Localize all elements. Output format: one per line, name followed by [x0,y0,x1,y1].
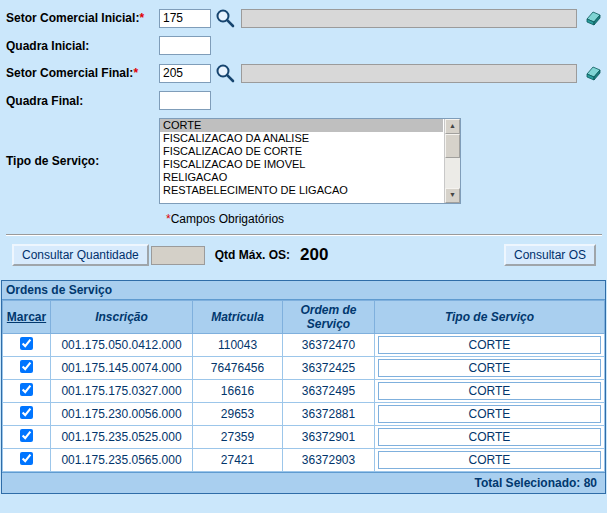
setor-inicial-input[interactable] [159,9,211,28]
quadra-inicial-input[interactable] [159,36,211,55]
actions-bar: Consultar Quantidade Qtd Máx. OS: 200 Co… [6,244,602,266]
tipo-servico-listbox[interactable]: CORTE FISCALIZACAO DA ANALISE FISCALIZAC… [159,118,461,204]
cell-marcar [3,357,51,380]
table-row: 001.175.050.0412.000 110043 36372470 COR… [3,334,605,357]
setor-final-label: Setor Comercial Final:* [6,66,159,80]
cell-tipo: CORTE [375,357,605,380]
header-inscricao: Inscrição [51,301,193,334]
cell-inscricao: 001.175.230.0056.000 [51,403,193,426]
tipo-box: CORTE [378,405,601,423]
tipo-box: CORTE [378,336,601,354]
marcar-toggle-all-link[interactable]: Marcar [7,310,46,324]
scrollbar-thumb[interactable] [445,134,460,158]
cell-matricula: 110043 [193,334,283,357]
setor-inicial-clear-button[interactable] [583,11,601,26]
row-checkbox[interactable] [20,406,33,419]
scroll-up-icon[interactable]: ▲ [445,119,460,134]
cell-marcar [3,426,51,449]
cell-ordem: 36372495 [283,380,375,403]
eraser-icon [583,11,601,26]
listbox-option-corte[interactable]: CORTE [160,119,443,132]
quantidade-disabled-field [151,246,205,265]
table-row: 001.175.175.0327.000 16616 36372495 CORT… [3,380,605,403]
cell-tipo: CORTE [375,403,605,426]
tipo-box: CORTE [378,359,601,377]
row-checkbox[interactable] [20,429,33,442]
cell-marcar [3,334,51,357]
required-note-text: Campos Obrigatórios [171,212,284,226]
cell-tipo: CORTE [375,380,605,403]
ordens-de-servico-panel: Ordens de Serviço Marcar Inscrição Matrí… [1,280,606,494]
eraser-icon [583,66,601,81]
cell-inscricao: 001.175.050.0412.000 [51,334,193,357]
magnifier-icon [215,63,235,83]
setor-final-lookup-button[interactable] [215,63,235,83]
cell-ordem: 36372470 [283,334,375,357]
table-row: 001.175.230.0056.000 29653 36372881 CORT… [3,403,605,426]
required-asterisk: * [133,66,138,80]
consultar-os-button[interactable]: Consultar OS [504,244,596,266]
header-matricula: Matrícula [193,301,283,334]
listbox-scrollbar[interactable]: ▲ ▼ [444,119,460,203]
header-ordem-servico: Ordem de Serviço [283,301,375,334]
tipo-servico-options: CORTE FISCALIZACAO DA ANALISE FISCALIZAC… [160,119,443,197]
table-row: 001.175.235.0525.000 27359 36372901 CORT… [3,426,605,449]
listbox-option-fiscalizacao-imovel[interactable]: FISCALIZACAO DE IMOVEL [160,158,443,171]
quadra-inicial-label: Quadra Inicial: [6,39,159,53]
table-row: 001.175.235.0565.000 27421 36372903 CORT… [3,449,605,472]
cell-matricula: 29653 [193,403,283,426]
setor-final-descricao-field [241,64,577,83]
search-form: Setor Comercial Inicial:* Quadra Inicial… [0,0,607,266]
cell-matricula: 16616 [193,380,283,403]
scroll-down-icon[interactable]: ▼ [445,188,460,203]
ordens-table: Marcar Inscrição Matrícula Ordem de Serv… [2,300,605,472]
total-selecionado-bar: Total Selecionado: 80 [2,472,605,493]
tipo-servico-row: Tipo de Serviço: CORTE FISCALIZACAO DA A… [6,118,602,204]
tipo-box: CORTE [378,382,601,400]
table-row: 001.175.145.0074.000 76476456 36372425 C… [3,357,605,380]
cell-inscricao: 001.175.145.0074.000 [51,357,193,380]
ordens-section-title: Ordens de Serviço [2,281,605,300]
cell-marcar [3,449,51,472]
cell-inscricao: 001.175.235.0565.000 [51,449,193,472]
setor-inicial-label-text: Setor Comercial Inicial: [6,11,139,25]
tipo-box: CORTE [378,451,601,469]
cell-ordem: 36372881 [283,403,375,426]
setor-inicial-descricao-field [241,9,577,28]
cell-ordem: 36372425 [283,357,375,380]
listbox-option-religacao[interactable]: RELIGACAO [160,171,443,184]
row-checkbox[interactable] [20,337,33,350]
header-tipo-servico: Tipo de Serviço [375,301,605,334]
setor-final-clear-button[interactable] [583,66,601,81]
scrollbar-track[interactable] [445,158,460,188]
cell-matricula: 76476456 [193,357,283,380]
tipo-box: CORTE [378,428,601,446]
setor-inicial-label: Setor Comercial Inicial:* [6,11,159,25]
cell-tipo: CORTE [375,334,605,357]
cell-marcar [3,403,51,426]
tipo-servico-label: Tipo de Serviço: [6,154,159,168]
quadra-final-row: Quadra Final: [6,91,602,110]
setor-inicial-lookup-button[interactable] [215,8,235,28]
cell-inscricao: 001.175.235.0525.000 [51,426,193,449]
row-checkbox[interactable] [20,452,33,465]
listbox-option-fiscalizacao-corte[interactable]: FISCALIZACAO DE CORTE [160,145,443,158]
setor-final-input[interactable] [159,64,211,83]
header-marcar: Marcar [3,301,51,334]
qtd-max-label: Qtd Máx. OS: [215,248,290,262]
quadra-final-input[interactable] [159,91,211,110]
magnifier-icon [215,8,235,28]
consultar-quantidade-button[interactable]: Consultar Quantidade [12,244,149,266]
listbox-option-restabelecimento[interactable]: RESTABELECIMENTO DE LIGACAO [160,184,443,197]
row-checkbox[interactable] [20,360,33,373]
required-fields-note: *Campos Obrigatórios [166,212,602,226]
quadra-inicial-row: Quadra Inicial: [6,36,602,55]
cell-inscricao: 001.175.175.0327.000 [51,380,193,403]
listbox-option-fiscalizacao-analise[interactable]: FISCALIZACAO DA ANALISE [160,132,443,145]
cell-ordem: 36372903 [283,449,375,472]
cell-ordem: 36372901 [283,426,375,449]
setor-final-label-text: Setor Comercial Final: [6,66,133,80]
cell-tipo: CORTE [375,449,605,472]
row-checkbox[interactable] [20,383,33,396]
cell-matricula: 27421 [193,449,283,472]
